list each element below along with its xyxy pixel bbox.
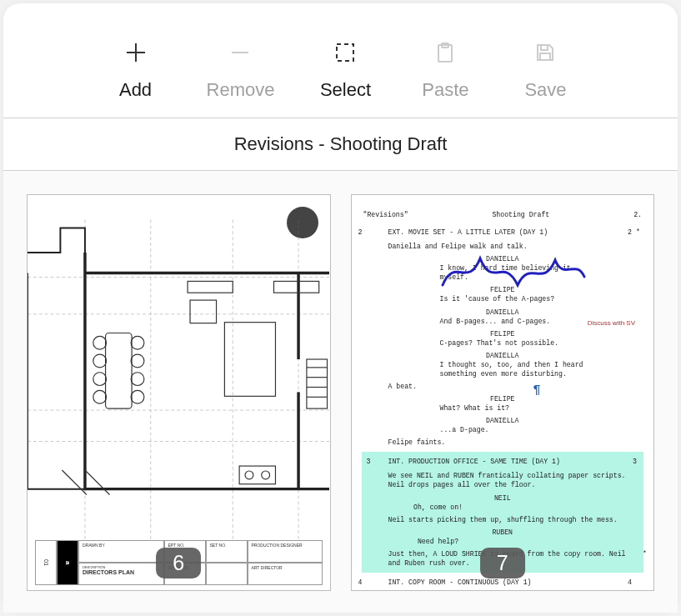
svg-rect-23 xyxy=(307,359,328,408)
script-header-center: Shooting Draft xyxy=(492,210,549,219)
add-button[interactable]: Add xyxy=(107,41,165,101)
app-window: Add Remove Select Paste Save R xyxy=(3,3,678,613)
svg-point-32 xyxy=(93,336,107,349)
minus-icon xyxy=(228,41,252,64)
page-number-badge: 7 xyxy=(480,548,525,578)
toolbar: Add Remove Select Paste Save xyxy=(3,3,678,118)
page-number-badge: 6 xyxy=(156,548,201,578)
paste-label: Paste xyxy=(422,79,468,101)
svg-point-29 xyxy=(245,471,253,479)
save-icon xyxy=(533,41,557,64)
save-button[interactable]: Save xyxy=(516,41,574,101)
svg-rect-20 xyxy=(274,281,319,293)
clipboard-icon xyxy=(433,41,457,64)
script-header-left: "Revisions" xyxy=(363,210,408,219)
pilcrow-icon: ¶ xyxy=(533,383,541,399)
select-button[interactable]: Select xyxy=(316,41,374,101)
svg-rect-6 xyxy=(541,45,548,50)
svg-point-35 xyxy=(93,390,107,403)
svg-rect-21 xyxy=(190,300,217,323)
sheet-number: 01 xyxy=(35,540,57,585)
logo-cell: a xyxy=(57,540,78,585)
select-label: Select xyxy=(320,79,371,101)
svg-rect-19 xyxy=(188,281,233,293)
paste-button[interactable]: Paste xyxy=(416,41,474,101)
svg-point-38 xyxy=(131,373,144,386)
plus-icon xyxy=(124,41,148,64)
svg-rect-22 xyxy=(224,323,275,397)
page-thumbnails: 01 a DRAWN BY DESCRIPTIONDIRECTORS PLAN … xyxy=(3,171,678,613)
floorplan-drawing xyxy=(28,195,329,540)
page-thumbnail-7[interactable]: "Revisions" Shooting Draft 2. 2 2 * EXT.… xyxy=(351,194,655,591)
save-label: Save xyxy=(524,79,566,101)
script-page: "Revisions" Shooting Draft 2. 2 2 * EXT.… xyxy=(363,210,643,575)
svg-point-39 xyxy=(131,390,144,403)
svg-point-33 xyxy=(93,354,107,368)
annotation-text: Discuss with SV xyxy=(588,319,635,328)
page-thumbnail-6[interactable]: 01 a DRAWN BY DESCRIPTIONDIRECTORS PLAN … xyxy=(27,194,331,591)
add-label: Add xyxy=(119,79,152,101)
remove-button[interactable]: Remove xyxy=(207,41,275,101)
svg-point-34 xyxy=(93,373,107,386)
svg-point-37 xyxy=(131,354,144,368)
svg-point-36 xyxy=(131,336,144,349)
svg-rect-31 xyxy=(106,333,133,408)
svg-point-30 xyxy=(262,471,270,479)
script-header-right: 2. xyxy=(633,210,642,219)
select-icon xyxy=(333,41,357,64)
remove-label: Remove xyxy=(207,79,275,101)
page-title: Revisions - Shooting Draft xyxy=(3,118,678,170)
svg-rect-7 xyxy=(540,53,550,60)
svg-rect-3 xyxy=(337,44,353,61)
